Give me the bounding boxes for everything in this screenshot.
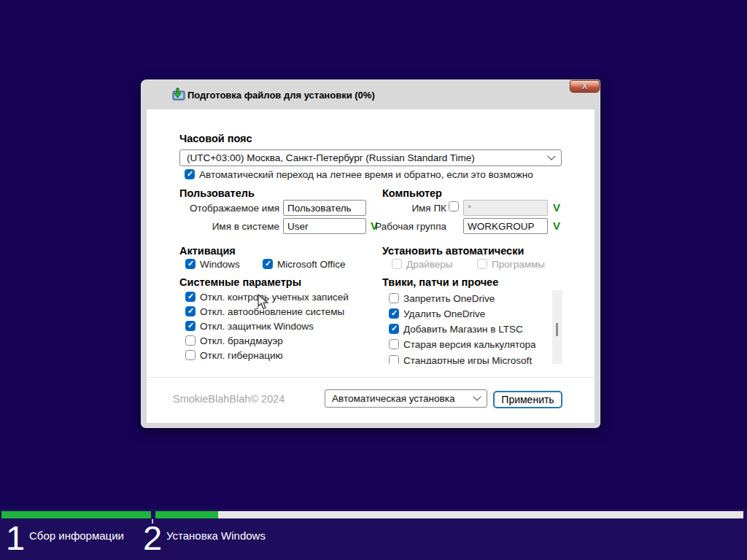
workgroup-label: Рабочая группа — [338, 221, 446, 232]
pc-name-label: Имя ПК — [338, 203, 446, 214]
pc-name-checkbox[interactable] — [449, 201, 459, 211]
tweak-ms-games-label: Стандартные игры Microsoft — [403, 355, 532, 365]
tweak-row[interactable]: Запретить OneDrive — [389, 292, 495, 304]
tweak-remove-onedrive-label: Удалить OneDrive — [403, 308, 485, 319]
user-header: Пользователь — [179, 187, 255, 199]
dst-checkbox[interactable] — [185, 169, 195, 179]
chevron-down-icon — [473, 392, 481, 400]
auto-install-programs-row: Программы — [477, 258, 545, 270]
tweak-store-ltsc-checkbox[interactable] — [389, 324, 399, 334]
auto-install-programs-label: Программы — [492, 259, 545, 270]
auto-install-programs-checkbox — [477, 259, 487, 269]
workgroup-valid-mark: V — [553, 219, 560, 232]
tweak-row[interactable]: Добавить Магазин в LTSC — [389, 323, 523, 335]
workgroup-input[interactable] — [463, 218, 548, 234]
activation-header: Активация — [179, 245, 236, 257]
sys-hibernation-checkbox[interactable] — [185, 350, 196, 360]
dialog-title: Подготовка файлов для установки (0%) — [187, 90, 375, 101]
tweak-block-onedrive-checkbox[interactable] — [389, 293, 399, 303]
tweak-old-calculator-label: Старая версия калькулятора — [403, 339, 536, 350]
auto-install-drivers-checkbox — [392, 259, 402, 269]
sys-param-row[interactable]: Откл. защитник Windows — [185, 320, 314, 332]
tweak-row[interactable]: Стандартные игры Microsoft — [389, 354, 532, 364]
sys-param-row[interactable]: Откл. гибернацию — [185, 349, 283, 361]
mouse-cursor-icon — [257, 294, 269, 311]
close-icon: X — [582, 82, 587, 90]
sys-update-checkbox[interactable] — [185, 306, 196, 316]
tweaks-scrollbar-thumb[interactable] — [556, 323, 558, 336]
system-name-label: Имя в системе — [167, 221, 279, 232]
sys-hibernation-label: Откл. гибернацию — [200, 350, 283, 361]
auto-install-drivers-row: Драйверы — [392, 258, 452, 270]
copyright-text: SmokieBlahBlah© 2024 — [173, 393, 285, 405]
step2-number: 2 — [143, 521, 162, 555]
timezone-select[interactable]: (UTC+03:00) Москва, Санкт-Петербург (Rus… — [179, 149, 562, 166]
display-name-label: Отображаемое имя — [167, 203, 279, 214]
dst-checkbox-label: Автоматический переход на летнее время и… — [199, 169, 533, 180]
tweak-block-onedrive-label: Запретить OneDrive — [403, 293, 495, 304]
step1-progress-track — [1, 511, 151, 518]
computer-header: Компьютер — [382, 187, 442, 199]
activation-office-checkbox[interactable] — [263, 259, 273, 269]
step1-progress-fill — [1, 511, 151, 518]
tweaks-header: Твики, патчи и прочее — [382, 276, 498, 288]
sys-update-label: Откл. автообновление системы — [200, 306, 344, 317]
activation-windows-label: Windows — [200, 259, 240, 270]
system-params-header: Системные параметры — [179, 276, 301, 288]
step1-label: Сбор информации — [29, 529, 124, 542]
install-mode-selected-value: Автоматическая установка — [332, 393, 454, 404]
tweak-row[interactable]: Удалить OneDrive — [389, 308, 485, 319]
dialog-client-area: Часовой пояс (UTC+03:00) Москва, Санкт-П… — [147, 109, 595, 423]
close-button[interactable]: X — [570, 80, 600, 93]
tweak-store-ltsc-label: Добавить Магазин в LTSC — [403, 324, 523, 335]
step2-label: Установка Windows — [166, 529, 266, 542]
tweak-old-calculator-checkbox[interactable] — [389, 339, 399, 349]
step1-number: 1 — [6, 521, 25, 555]
setup-steps-bar: 1 Сбор информации 2 Установка Windows — [0, 509, 747, 560]
pc-name-input — [463, 200, 548, 216]
tweaks-scrollbar-track[interactable] — [552, 290, 562, 364]
sys-defender-checkbox[interactable] — [185, 321, 196, 331]
step2-progress-track — [155, 511, 743, 518]
timezone-header: Часовой пояс — [179, 133, 252, 144]
installer-dialog: Подготовка файлов для установки (0%) X Ч… — [141, 79, 600, 428]
installer-download-icon — [170, 88, 186, 102]
tweaks-list: Запретить OneDrive Удалить OneDrive Доба… — [384, 289, 551, 364]
sys-uac-label: Откл. контроль учетных записей — [200, 292, 349, 303]
tweak-row[interactable]: Старая версия калькулятора — [389, 338, 536, 350]
step2-progress-fill — [155, 511, 218, 518]
footer-divider — [147, 377, 595, 378]
tweak-remove-onedrive-checkbox[interactable] — [389, 308, 399, 319]
pc-name-valid-mark: V — [553, 201, 560, 214]
sys-firewall-label: Откл. брандмауэр — [200, 335, 283, 346]
sys-defender-label: Откл. защитник Windows — [200, 321, 314, 332]
activation-windows-row[interactable]: Windows — [185, 258, 240, 270]
tweak-ms-games-checkbox[interactable] — [389, 355, 399, 364]
auto-install-header: Установить автоматически — [382, 245, 524, 257]
dialog-titlebar[interactable]: Подготовка файлов для установки (0%) X — [141, 79, 600, 109]
activation-office-label: Microsoft Office — [277, 259, 346, 270]
auto-install-drivers-label: Драйверы — [406, 259, 452, 270]
install-mode-select[interactable]: Автоматическая установка — [325, 389, 487, 408]
activation-office-row[interactable]: Microsoft Office — [263, 258, 346, 270]
chevron-down-icon — [547, 152, 555, 160]
activation-windows-checkbox[interactable] — [185, 259, 196, 269]
apply-button[interactable]: Применить — [493, 391, 562, 408]
timezone-selected-value: (UTC+03:00) Москва, Санкт-Петербург (Rus… — [187, 152, 475, 163]
sys-param-row[interactable]: Откл. брандмауэр — [185, 335, 283, 346]
sys-firewall-checkbox[interactable] — [185, 335, 196, 346]
setup-background: Подготовка файлов для установки (0%) X Ч… — [0, 0, 747, 560]
dst-checkbox-row[interactable]: Автоматический переход на летнее время и… — [185, 168, 533, 180]
sys-uac-checkbox[interactable] — [185, 292, 196, 302]
